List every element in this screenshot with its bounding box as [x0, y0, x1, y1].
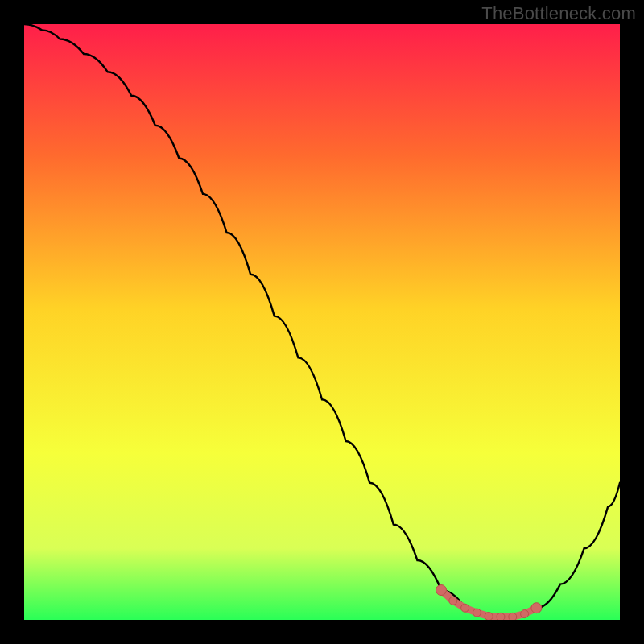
marker-dot: [485, 613, 493, 620]
marker-dot: [509, 613, 517, 620]
marker-dot: [461, 604, 469, 612]
watermark-text: TheBottleneck.com: [481, 3, 636, 24]
marker-dot: [473, 609, 481, 617]
marker-dot: [436, 585, 447, 596]
marker-dot: [449, 597, 457, 605]
marker-dot: [531, 603, 542, 613]
marker-dot: [521, 610, 529, 618]
plot-area: [24, 24, 620, 620]
gradient-background: [24, 24, 620, 620]
marker-dot: [497, 613, 505, 620]
chart-svg: [24, 24, 620, 620]
chart-frame: TheBottleneck.com: [0, 0, 644, 644]
